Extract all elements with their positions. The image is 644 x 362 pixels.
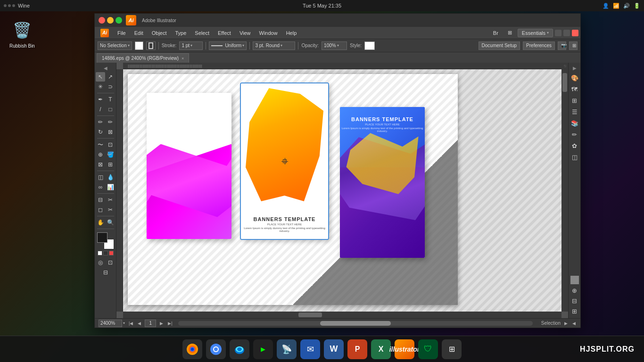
nav-last[interactable]: ▶|: [167, 321, 173, 326]
menu-help[interactable]: Help: [282, 29, 301, 37]
zoom-chevron[interactable]: ▾: [123, 321, 125, 325]
eyedropper-tool[interactable]: 💧: [106, 173, 115, 182]
doc-setup-button[interactable]: Document Setup: [479, 41, 520, 50]
brush-dropdown[interactable]: 3 pt. Round ▾: [253, 41, 295, 50]
taskbar-kaspersky[interactable]: 🛡: [418, 339, 438, 359]
preferences-button[interactable]: Preferences: [523, 41, 555, 50]
taskbar-network[interactable]: 📡: [277, 339, 297, 359]
close-btn-menu[interactable]: [572, 30, 578, 36]
restore-btn[interactable]: [563, 30, 570, 36]
warp-tool[interactable]: 〜: [96, 140, 105, 149]
nav-next[interactable]: ▶: [159, 321, 164, 326]
stroke-panel-btn[interactable]: ◫: [570, 152, 580, 162]
selection-tool[interactable]: ↖: [96, 72, 105, 82]
panel-collapse-left[interactable]: ◀: [103, 65, 108, 72]
layers-btn[interactable]: ⊞: [570, 95, 580, 106]
stroke-type-dropdown[interactable]: Uniform ▾: [209, 41, 247, 50]
brush-panel-btn[interactable]: ✏: [570, 129, 580, 140]
taskbar-terminal[interactable]: ▶: [253, 339, 273, 359]
lasso-tool[interactable]: ⊃: [106, 82, 115, 91]
rubbish-bin-icon[interactable]: 🗑️ Rubbish Bin: [9, 19, 35, 49]
style-swatch[interactable]: [364, 41, 375, 50]
menu-type[interactable]: Type: [172, 29, 190, 37]
red-swatch[interactable]: [109, 251, 114, 255]
status-scroll-track[interactable]: [178, 321, 533, 326]
selection-dropdown[interactable]: No Selection ▾: [98, 41, 132, 50]
scroll-thumb-h[interactable]: [298, 313, 322, 317]
mesh-tool[interactable]: ⊞: [106, 160, 115, 169]
opacity-dropdown[interactable]: 100% ▾: [322, 41, 347, 50]
pencil-tool[interactable]: ✏: [106, 117, 115, 127]
blend-tool[interactable]: ∞: [96, 182, 105, 192]
essentials-button[interactable]: Essentials ▾: [518, 29, 553, 37]
status-scroll-thumb[interactable]: [320, 321, 391, 326]
scroll-thumb-v[interactable]: [562, 73, 567, 92]
magic-wand-tool[interactable]: ✳: [96, 82, 105, 91]
window-close-button[interactable]: [99, 17, 105, 24]
nav-first[interactable]: |◀: [128, 321, 134, 326]
rp-extra1[interactable]: ⊕: [570, 285, 580, 296]
line-tool[interactable]: /: [96, 105, 105, 114]
zoom-tool[interactable]: 🔍: [106, 218, 115, 227]
menu-file[interactable]: File: [114, 29, 130, 37]
nav-extra2[interactable]: ◀: [571, 321, 577, 326]
nav-extra[interactable]: ▶: [563, 321, 569, 326]
menu-edit[interactable]: Edit: [131, 29, 147, 37]
navigator-btn[interactable]: 🗺: [570, 84, 580, 94]
eraser-tool[interactable]: ◻: [96, 205, 105, 214]
nav-prev[interactable]: ◀: [137, 321, 142, 326]
stroke-box-display[interactable]: [146, 41, 156, 50]
rotate-tool[interactable]: ↻: [96, 127, 105, 137]
scissors-tool[interactable]: ✂: [106, 205, 115, 214]
rect-tool[interactable]: □: [106, 105, 115, 114]
rp-extra3[interactable]: ⊞: [570, 306, 580, 316]
gradient-tool[interactable]: ◫: [96, 173, 105, 182]
banner-card-right[interactable]: BANNERS TEMPLATE PLACE YOUR TEXT HERE Lo…: [340, 107, 425, 258]
dark-swatch[interactable]: [103, 251, 108, 255]
menu-view[interactable]: View: [236, 29, 255, 37]
color-panel-btn[interactable]: 🎨: [570, 73, 580, 83]
tab-close-button[interactable]: ×: [182, 56, 184, 61]
free-transform-tool[interactable]: ⊡: [106, 140, 115, 149]
arrange-icon[interactable]: ⊞: [569, 41, 578, 50]
menu-select[interactable]: Select: [191, 29, 213, 37]
canvas-area[interactable]: ||||||||||||||||||||||||||||||||||||||||…: [116, 63, 568, 318]
library-btn[interactable]: 📚: [570, 118, 580, 128]
horizontal-scrollbar[interactable]: [123, 312, 561, 318]
window-minimize-button[interactable]: [107, 17, 114, 24]
live-paint-tool[interactable]: 🪣: [106, 150, 115, 159]
taskbar-firefox[interactable]: [182, 339, 202, 359]
menu-bridge[interactable]: Br: [489, 29, 502, 37]
rp-gray-swatch[interactable]: [570, 276, 579, 284]
banner-card-left[interactable]: BANNERS TEMPLATE PLACE YOUR TEXT HERE Lo…: [147, 93, 231, 239]
symbols-btn[interactable]: ✿: [570, 140, 580, 151]
zoom-level-display[interactable]: 2400%: [99, 320, 122, 327]
taskbar-chromium[interactable]: [206, 339, 226, 359]
vertical-scrollbar[interactable]: [561, 69, 568, 312]
taskbar-apps[interactable]: ⊞: [442, 339, 462, 359]
taskbar-email[interactable]: ✉: [300, 339, 320, 359]
camera-icon[interactable]: 📷: [558, 41, 566, 50]
taskbar-word[interactable]: W: [324, 339, 344, 359]
stroke-dropdown[interactable]: 1 pt ▾: [179, 41, 203, 50]
banner-card-center[interactable]: BANNERS TEMPLATE PLACE YOUR TEXT HERE Lo…: [241, 83, 328, 239]
foreground-color-swatch[interactable]: [97, 232, 107, 243]
artboard-tool[interactable]: ⊟: [96, 195, 105, 205]
taskbar-illustrator[interactable]: illustrator: [395, 339, 414, 359]
panel-collapse-right[interactable]: ▶: [572, 65, 578, 72]
direct-selection-tool[interactable]: ↗: [106, 72, 115, 82]
taskbar-excel[interactable]: X: [371, 339, 391, 359]
taskbar-edge[interactable]: [230, 339, 249, 359]
menu-workspaces[interactable]: ⊞: [504, 28, 516, 37]
fullscreen-tool[interactable]: ⊡: [106, 258, 115, 267]
menu-item-logo[interactable]: Ai: [97, 27, 113, 39]
menu-window[interactable]: Window: [256, 29, 281, 37]
taskbar-powerpoint[interactable]: P: [347, 339, 367, 359]
menu-object[interactable]: Object: [148, 29, 171, 37]
rp-extra2[interactable]: ⊟: [570, 296, 580, 306]
minimize-btn[interactable]: [555, 30, 561, 36]
slice-tool[interactable]: ✂: [106, 195, 115, 205]
document-tab[interactable]: 14886.eps @ 2400% (RGB/Preview) ×: [97, 53, 189, 63]
properties-btn[interactable]: ☰: [570, 107, 580, 117]
window-maximize-button[interactable]: [116, 17, 122, 24]
